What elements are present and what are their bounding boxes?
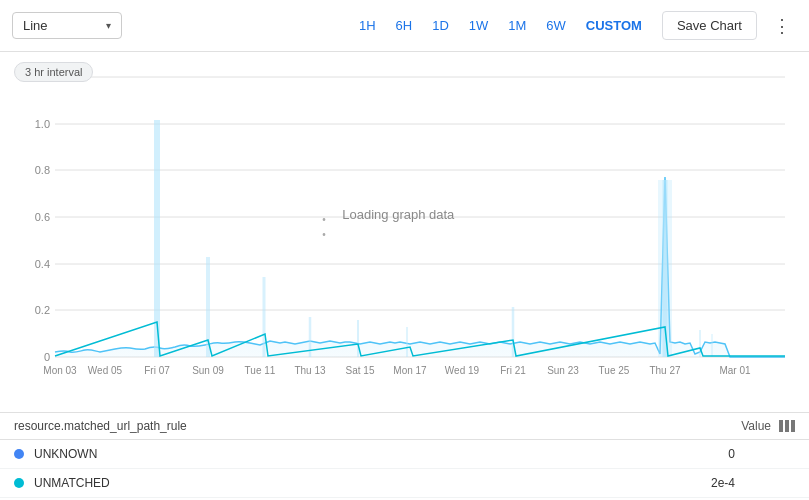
chart-type-wrapper: Line ▾: [12, 12, 122, 39]
legend-row-unmatched: UNMATCHED 2e-4: [0, 469, 809, 498]
legend-column-header: resource.matched_url_path_rule: [14, 419, 187, 433]
time-btn-1h[interactable]: 1H: [351, 14, 384, 37]
unknown-label: UNKNOWN: [34, 447, 728, 461]
legend-section: resource.matched_url_path_rule Value UNK…: [0, 412, 809, 498]
svg-text:Sun 09: Sun 09: [192, 365, 224, 376]
svg-text:0.6: 0.6: [35, 211, 50, 223]
interval-badge: 3 hr interval: [14, 62, 93, 82]
time-btn-6h[interactable]: 6H: [388, 14, 421, 37]
svg-text:0.2: 0.2: [35, 304, 50, 316]
legend-header: resource.matched_url_path_rule Value: [0, 413, 809, 440]
svg-text:Fri 07: Fri 07: [144, 365, 170, 376]
chart-type-select[interactable]: Line ▾: [12, 12, 122, 39]
unmatched-color-dot: [14, 478, 24, 488]
save-chart-button[interactable]: Save Chart: [662, 11, 757, 40]
legend-header-right: Value: [741, 419, 795, 433]
svg-text:Mon 17: Mon 17: [393, 365, 427, 376]
chart-container: 3 hr interval 1.2 1.0 0.8 0.6 0.4 0.2 0: [0, 52, 809, 412]
unmatched-value: 2e-4: [711, 476, 735, 490]
unknown-area: [55, 177, 785, 357]
time-btn-6w[interactable]: 6W: [538, 14, 574, 37]
svg-text:Sat 15: Sat 15: [346, 365, 375, 376]
unknown-color-dot: [14, 449, 24, 459]
toolbar: Line ▾ 1H 6H 1D 1W 1M 6W CUSTOM Save Cha…: [0, 0, 809, 52]
svg-text:Tue 11: Tue 11: [245, 365, 276, 376]
time-btn-custom[interactable]: CUSTOM: [578, 14, 650, 37]
svg-text:Mon 03: Mon 03: [43, 365, 77, 376]
svg-text:Tue 25: Tue 25: [599, 365, 630, 376]
svg-text:1.0: 1.0: [35, 118, 50, 130]
time-btn-1w[interactable]: 1W: [461, 14, 497, 37]
chart-svg: 1.2 1.0 0.8 0.6 0.4 0.2 0: [0, 62, 809, 382]
loading-label: Loading graph data: [322, 207, 454, 222]
legend-row-unknown: UNKNOWN 0: [0, 440, 809, 469]
loading-text: Loading graph data: [342, 207, 454, 222]
time-btn-1m[interactable]: 1M: [500, 14, 534, 37]
svg-text:0.8: 0.8: [35, 164, 50, 176]
svg-text:Thu 13: Thu 13: [294, 365, 326, 376]
time-range-buttons: 1H 6H 1D 1W 1M 6W CUSTOM Save Chart ⋮: [351, 11, 797, 40]
unmatched-label: UNMATCHED: [34, 476, 711, 490]
svg-text:Thu 27: Thu 27: [649, 365, 681, 376]
loading-dots-icon: [322, 210, 336, 218]
more-options-button[interactable]: ⋮: [767, 13, 797, 39]
chart-type-label: Line: [23, 18, 48, 33]
unknown-value: 0: [728, 447, 735, 461]
dropdown-arrow-icon: ▾: [106, 20, 111, 31]
svg-text:0: 0: [44, 351, 50, 363]
svg-text:0.4: 0.4: [35, 258, 50, 270]
svg-text:Sun 23: Sun 23: [547, 365, 579, 376]
svg-text:Fri 21: Fri 21: [500, 365, 526, 376]
legend-value-header: Value: [741, 419, 771, 433]
time-btn-1d[interactable]: 1D: [424, 14, 457, 37]
columns-icon[interactable]: [779, 420, 795, 432]
unknown-line: [55, 177, 785, 357]
svg-text:Mar 01: Mar 01: [719, 365, 751, 376]
svg-text:Wed 19: Wed 19: [445, 365, 480, 376]
svg-text:Wed 05: Wed 05: [88, 365, 123, 376]
